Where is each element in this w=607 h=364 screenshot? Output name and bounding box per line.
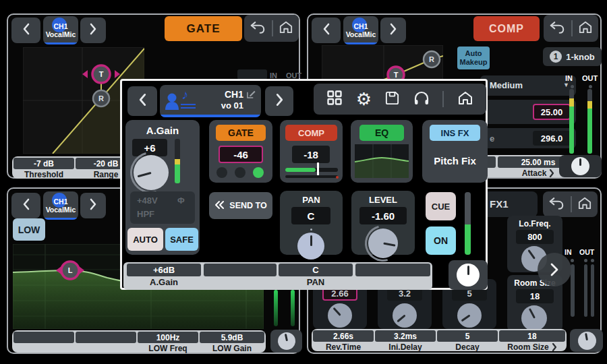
channel-select-button[interactable]: CH1 VocalMic xyxy=(43,191,78,220)
home-icon[interactable] xyxy=(578,20,593,36)
one-knob-button[interactable]: 1 1-knob xyxy=(543,47,602,66)
threshold-value[interactable]: -7 dB xyxy=(13,158,74,169)
touch-knob-button[interactable] xyxy=(559,155,602,177)
chevron-right-icon xyxy=(89,198,97,213)
undo-icon[interactable] xyxy=(548,196,565,213)
save-icon[interactable] xyxy=(384,90,400,109)
threshold-handle[interactable]: T xyxy=(92,65,110,83)
comp-on-button[interactable]: COMP xyxy=(473,16,540,41)
roomsize-readout-label[interactable]: Room Size xyxy=(499,342,565,352)
level-knob[interactable] xyxy=(368,229,398,258)
undo-icon[interactable] xyxy=(250,20,266,37)
home-icon[interactable] xyxy=(279,20,293,36)
comp-slider-track[interactable] xyxy=(285,168,338,172)
low-gain-value[interactable]: 5.9dB xyxy=(200,332,264,343)
decay-readout[interactable]: 5 xyxy=(437,330,498,342)
param2-value[interactable] xyxy=(76,332,136,343)
edit-icon[interactable] xyxy=(247,89,256,101)
touch-knob-button[interactable] xyxy=(270,330,302,353)
safe-button[interactable]: SAFE xyxy=(165,228,198,251)
comp-param2-value[interactable]: 296.0 xyxy=(533,131,571,146)
channel-select-button[interactable]: CH1 VocalMic xyxy=(343,16,378,44)
on-button[interactable]: ON xyxy=(426,226,456,255)
auto-gain-button[interactable]: AUTO xyxy=(127,228,163,251)
chevron-right-icon xyxy=(389,23,397,38)
hpf-button[interactable]: HPF xyxy=(137,209,154,219)
prev-channel-button[interactable] xyxy=(11,18,40,43)
nav-group xyxy=(543,191,598,217)
grid-view-icon[interactable] xyxy=(326,90,343,109)
channel-subname: vo 01 xyxy=(221,100,243,111)
again-readout[interactable]: +6dB xyxy=(127,264,201,276)
readout-2[interactable] xyxy=(204,264,277,276)
phase-icon[interactable]: Φ xyxy=(177,195,185,206)
pan-value[interactable]: C xyxy=(291,207,330,224)
gear-icon[interactable]: ⚙ xyxy=(356,90,372,108)
next-channel-button[interactable] xyxy=(80,193,106,218)
channel-accent xyxy=(43,218,78,220)
gate-on-button[interactable]: GATE xyxy=(165,16,242,41)
chevron-left-icon xyxy=(322,23,330,38)
next-channel-button[interactable] xyxy=(265,86,293,116)
channel-subname: VocalMic xyxy=(46,30,76,38)
revtime-readout-label: Rev.Time xyxy=(313,342,374,352)
lofreq-value[interactable]: 800 xyxy=(516,230,554,244)
inidelay-readout[interactable]: 3.2ms xyxy=(375,330,436,342)
home-icon[interactable] xyxy=(577,196,592,212)
top-toolbar: ⚙ xyxy=(314,84,486,115)
readout-4[interactable] xyxy=(355,264,430,276)
range-handle[interactable]: R xyxy=(93,90,109,107)
eq-low-handle[interactable]: L xyxy=(61,262,79,279)
channel-name-button[interactable]: ♪ CH1 vo 01 xyxy=(160,85,261,117)
touch-knob-button[interactable] xyxy=(570,329,603,352)
inidelay-knob[interactable] xyxy=(393,303,417,328)
insfx-button[interactable]: INS FX xyxy=(430,125,480,141)
eq-band-low-button[interactable]: LOW xyxy=(13,218,45,241)
undo-icon[interactable] xyxy=(549,20,565,37)
channel-accent xyxy=(160,115,261,117)
again-knob[interactable] xyxy=(134,155,169,190)
next-page-button[interactable] xyxy=(538,253,571,286)
channel-select-button[interactable]: CH1 VocalMic xyxy=(43,16,78,44)
meter-dot xyxy=(589,85,592,88)
insfx-name: Pitch Fix xyxy=(422,155,488,166)
cue-button[interactable]: CUE xyxy=(426,192,456,220)
next-channel-button[interactable] xyxy=(380,18,406,43)
comp-ratio-handle[interactable]: R xyxy=(424,51,440,67)
pan-knob[interactable] xyxy=(297,233,324,260)
revtime-readout[interactable]: 2.66s xyxy=(313,330,374,342)
roomsize-value[interactable]: 18 xyxy=(516,289,554,303)
gate-button[interactable]: GATE xyxy=(216,125,266,141)
phantom-48v-button[interactable]: +48V xyxy=(137,195,158,206)
eq-readout-strip: 100Hz 5.9dB LOW Freq LOW Gain xyxy=(12,330,266,353)
touch-knob-button[interactable] xyxy=(449,260,488,290)
eq-thumbnail[interactable] xyxy=(355,144,409,181)
prev-channel-button[interactable] xyxy=(11,193,40,218)
decay-knob[interactable] xyxy=(457,303,482,328)
level-value[interactable]: -1.60 xyxy=(359,207,407,224)
level-label: LEVEL xyxy=(351,195,415,205)
low-freq-value[interactable]: 100Hz xyxy=(138,332,198,343)
pan-readout[interactable]: C xyxy=(279,264,353,276)
again-label: A.Gain xyxy=(125,125,200,136)
revtime-knob[interactable] xyxy=(328,303,352,328)
next-channel-button[interactable] xyxy=(80,18,106,43)
auto-makeup-button[interactable]: Auto Makeup xyxy=(457,47,490,69)
prev-channel-button[interactable] xyxy=(127,86,157,116)
comp-gain-value[interactable]: -18 xyxy=(292,146,330,163)
comp-type-dropdown[interactable]: Medium ▼ xyxy=(480,75,576,96)
home-icon[interactable] xyxy=(457,90,473,108)
roomsize-knob[interactable] xyxy=(521,305,547,331)
comp-button[interactable]: COMP xyxy=(285,125,337,141)
roomsize-readout[interactable]: 18 xyxy=(499,330,565,342)
gate-threshold-value[interactable]: -46 xyxy=(219,146,263,163)
nav-group xyxy=(544,15,598,42)
again-section: A.Gain +6 +48V Φ HPF AUTO SAFE xyxy=(125,120,200,255)
headphones-icon[interactable] xyxy=(413,90,430,109)
eq-button[interactable]: EQ xyxy=(359,125,404,141)
param1-value[interactable] xyxy=(13,332,74,343)
send-to-button[interactable]: SEND TO xyxy=(209,192,272,219)
comp-param1-value[interactable]: 25.00 xyxy=(533,104,571,120)
channel-name: CH1 xyxy=(225,89,243,100)
prev-channel-button[interactable] xyxy=(312,18,341,43)
